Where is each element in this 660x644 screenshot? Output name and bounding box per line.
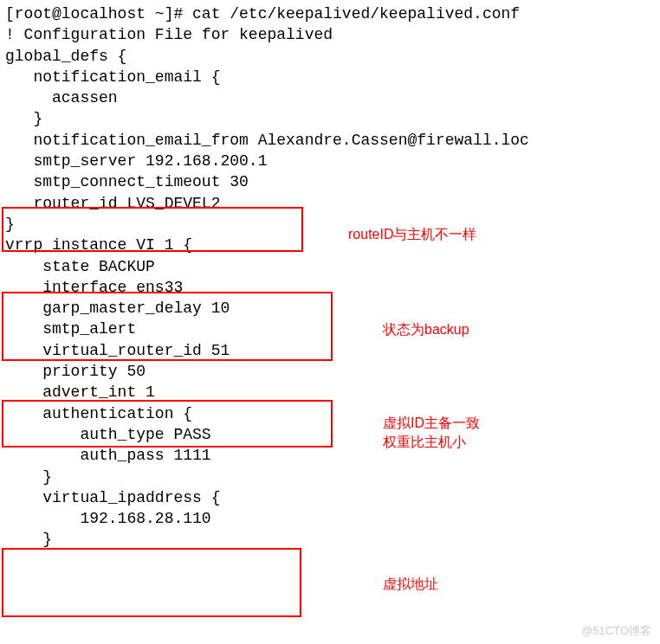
annotation-virtual-address: 虚拟地址 <box>383 575 438 594</box>
highlight-box-virtual-router-id <box>2 400 333 448</box>
watermark-text: @51CTO博客 <box>581 623 651 639</box>
code-line: smtp_server 192.168.200.1 <box>0 151 660 171</box>
code-line: 192.168.28.110 <box>0 508 660 529</box>
code-line: acassen <box>0 87 660 108</box>
annotation-virtual-id: 虚拟ID主备一致 <box>383 414 480 433</box>
highlight-box-virtual-ipaddress <box>2 548 301 617</box>
code-line: smtp_connect_timeout 30 <box>0 171 660 192</box>
code-line: notification_email { <box>0 67 660 87</box>
code-line: priority 50 <box>0 361 660 382</box>
code-line: state BACKUP <box>0 256 660 277</box>
highlight-box-router-id <box>2 207 303 252</box>
code-line: } <box>0 108 660 129</box>
code-line: auth_pass 1111 <box>0 445 660 466</box>
code-line: notification_email_from Alexandre.Cassen… <box>0 130 660 151</box>
code-line: global_defs { <box>0 46 660 67</box>
code-line: virtual_ipaddress { <box>0 487 660 508</box>
annotation-route-id: routeID与主机不一样 <box>348 225 476 244</box>
code-line: [root@localhost ~]# cat /etc/keepalived/… <box>0 3 660 24</box>
highlight-box-vrrp-instance <box>2 292 333 361</box>
code-line: ! Configuration File for keepalived <box>0 24 660 45</box>
annotation-state-backup: 状态为backup <box>383 320 469 339</box>
code-line: } <box>0 467 660 487</box>
annotation-priority: 权重比主机小 <box>383 433 466 452</box>
